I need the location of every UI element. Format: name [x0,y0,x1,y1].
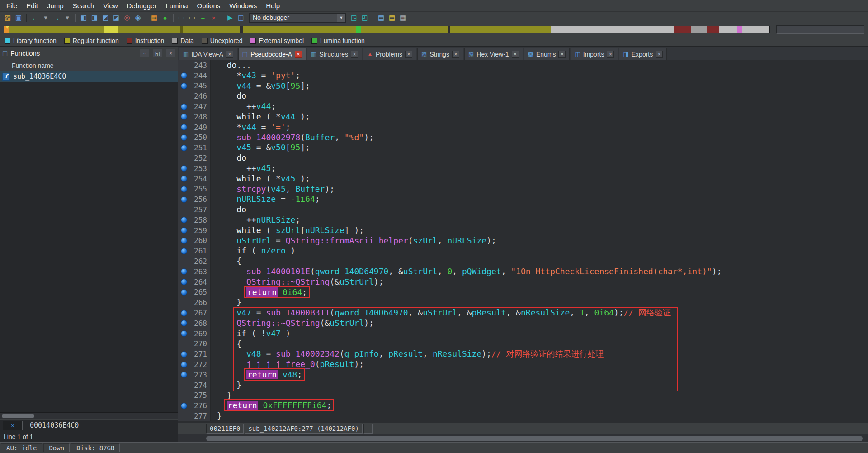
panel-close-button[interactable]: × [3,421,23,430]
debugger-windows-icon[interactable]: ▤ [376,13,386,23]
menu-debugger[interactable]: Debugger [123,0,161,11]
breakpoint-cell[interactable] [178,174,190,184]
code-line-276[interactable]: 276 return 0xFFFFFFFFi64; [178,401,868,411]
code-line-254[interactable]: 254 while ( *v45 ); [178,174,868,184]
menu-view[interactable]: View [99,0,122,11]
menu-search[interactable]: Search [68,0,99,11]
breakpoint-cell[interactable] [178,184,190,195]
open-file-icon[interactable]: ▨ [3,13,13,23]
produce-file-icon[interactable]: ▭ [187,13,197,23]
breakpoint-cell[interactable] [178,122,190,133]
tab-close-icon[interactable]: × [656,51,663,58]
tab-enums[interactable]: ▩Enums× [524,48,570,60]
tab-imports[interactable]: ◫Imports× [571,48,618,60]
nav-forward-icon[interactable]: → [52,13,61,23]
breakpoint-cell[interactable] [178,71,190,81]
code-line-246[interactable]: 246 do [178,91,868,101]
functions-hscrollbar[interactable] [0,412,178,419]
breakpoint-dot[interactable] [181,372,187,378]
breakpoint-cell[interactable] [178,246,190,256]
breakpoint-cell[interactable] [178,318,190,329]
nav-forward-dropdown-icon[interactable]: ▾ [62,13,72,23]
code-line-266[interactable]: 266 } [178,297,868,308]
breakpoint-cell[interactable] [178,101,190,112]
breakpoint-cell[interactable] [178,194,190,205]
breakpoint-gutter[interactable] [178,380,190,391]
code-line-256[interactable]: 256 nURLSize = -1i64; [178,194,868,205]
breakpoint-dot[interactable] [181,248,187,254]
breakpoint-cell[interactable] [178,215,190,225]
breakpoint-dot[interactable] [181,134,187,141]
tab-structures[interactable]: ▥Structures× [307,48,362,60]
breakpoint-dot[interactable] [181,268,187,275]
navigation-band[interactable] [4,26,770,33]
code-line-273[interactable]: 273 return v48; [178,370,868,380]
tab-close-icon[interactable]: × [405,51,412,58]
breakpoint-cell[interactable] [178,81,190,91]
code-line-269[interactable]: 269 if ( !v47 ) [178,329,868,339]
breakpoint-gutter[interactable] [178,205,190,215]
code-line-262[interactable]: 262 { [178,256,868,267]
breakpoint-dot[interactable] [181,403,187,409]
breakpoint-gutter[interactable] [178,91,190,101]
code-line-247[interactable]: 247 ++v44; [178,101,868,112]
menu-file[interactable]: File [2,0,22,11]
code-line-257[interactable]: 257 do [178,205,868,215]
code-line-259[interactable]: 259 while ( szUrl[nURLSize] ); [178,225,868,236]
combo-dropdown-icon[interactable]: ▼ [337,14,345,22]
code-line-258[interactable]: 258 ++nURLSize; [178,215,868,225]
menu-options[interactable]: Options [193,0,225,11]
breakpoint-dot[interactable] [181,351,187,358]
breakpoint-dot[interactable] [181,186,187,192]
breakpoint-cell[interactable] [178,359,190,370]
code-line-250[interactable]: 250 sub_140002978(Buffer, "%d"); [178,133,868,143]
breakpoint-dot[interactable] [181,196,187,203]
lumina-icon[interactable]: ● [160,13,170,23]
menu-lumina[interactable]: Lumina [161,0,192,11]
breakpoint-dot[interactable] [181,114,187,120]
breakpoint-cell[interactable] [178,308,190,318]
code-line-251[interactable]: 251 v45 = &v50[95]; [178,143,868,153]
breakpoint-cell[interactable] [178,329,190,339]
breakpoint-gutter[interactable] [178,256,190,267]
code-line-252[interactable]: 252 do [178,153,868,163]
breakpoint-dot[interactable] [181,124,187,130]
breakpoint-dot[interactable] [181,72,187,79]
breakpoint-gutter[interactable] [178,411,190,421]
breakpoint-dot[interactable] [181,217,187,223]
jump-unexplored-icon[interactable]: ◩ [100,13,110,23]
nav-back-icon[interactable]: ← [30,13,40,23]
breakpoint-dot[interactable] [181,330,187,337]
breakpoint-dot[interactable] [181,165,187,172]
breakpoint-cell[interactable] [178,133,190,143]
breakpoint-gutter[interactable] [178,339,190,349]
create-function-icon[interactable]: + [198,13,208,23]
breakpoint-gutter[interactable] [178,391,190,401]
debugger-run-icon[interactable]: ▶ [225,13,235,23]
breakpoint-cell[interactable] [178,287,190,298]
code-line-255[interactable]: 255 strcpy(v45, Buffer); [178,184,868,195]
breakpoint-dot[interactable] [181,238,187,244]
float-button[interactable]: ◱ [153,49,162,57]
menu-windows[interactable]: Windows [225,0,261,11]
breakpoint-cell[interactable] [178,112,190,122]
close-button[interactable]: × [166,49,175,57]
pseudocode-view[interactable]: 243 do...244 *v43 = 'pyt';245 v44 = &v50… [178,60,868,423]
tab-ida-view-a[interactable]: ▦IDA View-A× [179,48,237,60]
breakpoint-cell[interactable] [178,401,190,411]
function-name-column-header[interactable]: Function name [0,60,178,71]
tab-close-icon[interactable]: × [226,51,233,58]
tracing-icon[interactable]: ▦ [398,13,408,23]
menu-jump[interactable]: Jump [42,0,68,11]
code-hscrollbar[interactable] [178,434,868,442]
code-line-268[interactable]: 268 QString::~QString(&uStrUrl); [178,318,868,329]
search-next-icon[interactable]: ◉ [133,13,143,23]
debugger-combo[interactable]: No debugger▼ [249,13,346,23]
breakpoint-dot[interactable] [181,320,187,326]
module-list-icon[interactable]: ▤ [387,13,397,23]
scrollbar-thumb[interactable] [2,414,34,418]
code-line-248[interactable]: 248 while ( *v44 ); [178,112,868,122]
undefine-icon[interactable]: × [209,13,219,23]
breakpoint-gutter[interactable] [178,297,190,308]
breakpoint-cell[interactable] [178,277,190,287]
